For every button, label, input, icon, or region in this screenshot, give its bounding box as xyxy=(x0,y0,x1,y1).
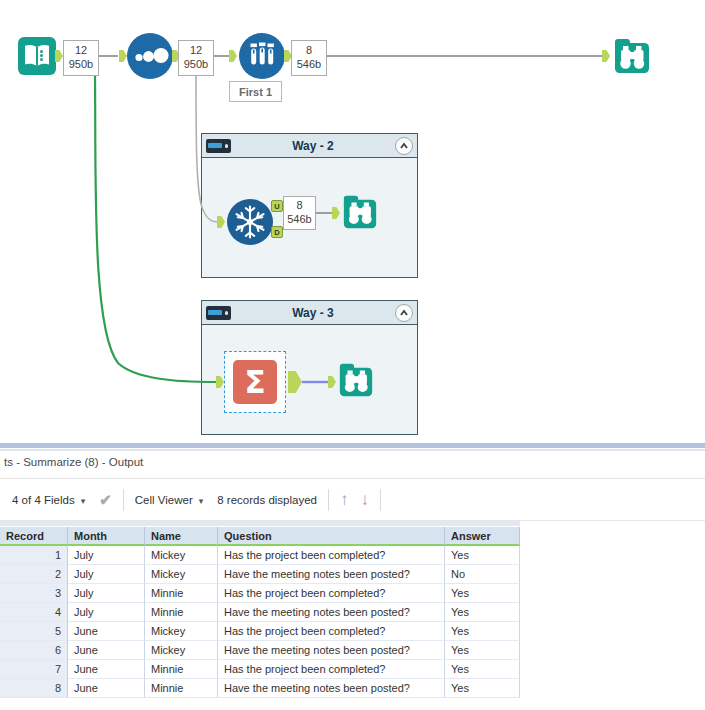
cell-answer[interactable]: Yes xyxy=(445,546,520,565)
cell-record[interactable]: 3 xyxy=(0,584,68,603)
collapse-button[interactable] xyxy=(395,137,413,155)
cell-month[interactable]: June xyxy=(68,622,145,641)
cell-name[interactable]: Minnie xyxy=(145,679,218,698)
apply-check-icon[interactable] xyxy=(99,491,112,509)
table-row[interactable]: 7 June Minnie Has the project been compl… xyxy=(0,660,520,679)
cell-month[interactable]: July xyxy=(68,603,145,622)
browse-tool[interactable] xyxy=(612,36,652,76)
cell-answer[interactable]: Yes xyxy=(445,679,520,698)
record-count-box[interactable]: 12 950b xyxy=(178,40,214,76)
cell-record[interactable]: 7 xyxy=(0,660,68,679)
duplicate-output-anchor-d[interactable]: D xyxy=(271,226,283,238)
fields-dropdown[interactable]: 4 of 4 Fields xyxy=(12,494,85,506)
scroll-down-button[interactable] xyxy=(360,490,369,510)
sample-tool[interactable] xyxy=(239,33,285,79)
cell-name[interactable]: Mickey xyxy=(145,641,218,660)
summarize-tool[interactable] xyxy=(233,360,277,404)
cell-answer[interactable]: Yes xyxy=(445,603,520,622)
cell-question[interactable]: Has the project been completed? xyxy=(218,546,445,565)
cell-record[interactable]: 2 xyxy=(0,565,68,584)
browse-tool[interactable] xyxy=(337,361,375,399)
cell-question[interactable]: Have the meeting notes been posted? xyxy=(218,641,445,660)
column-header-question[interactable]: Question xyxy=(218,527,445,546)
binoculars-icon xyxy=(337,361,375,399)
input-data-tool[interactable] xyxy=(18,37,56,75)
records-displayed-label: 8 records displayed xyxy=(217,494,317,506)
anchor-label: U xyxy=(274,202,279,211)
column-header-answer[interactable]: Answer xyxy=(445,527,520,546)
results-panel: ts - Summarize (8) - Output 4 of 4 Field… xyxy=(0,443,705,710)
cell-question[interactable]: Have the meeting notes been posted? xyxy=(218,679,445,698)
annotation-text: First 1 xyxy=(239,86,272,98)
record-count-box[interactable]: 8 546b xyxy=(283,196,316,230)
growing-dots-icon xyxy=(127,33,173,79)
table-row[interactable]: 3 July Minnie Has the project been compl… xyxy=(0,584,520,603)
container-header[interactable]: Way - 2 xyxy=(202,134,417,158)
collapse-button[interactable] xyxy=(395,304,413,322)
cell-month[interactable]: July xyxy=(68,584,145,603)
cell-name[interactable]: Minnie xyxy=(145,584,218,603)
cell-record[interactable]: 6 xyxy=(0,641,68,660)
table-row[interactable]: 6 June Mickey Have the meeting notes bee… xyxy=(0,641,520,660)
cell-month[interactable]: July xyxy=(68,565,145,584)
container-header[interactable]: Way - 3 xyxy=(202,301,417,325)
cell-answer[interactable]: No xyxy=(445,565,520,584)
table-row[interactable]: 4 July Minnie Have the meeting notes bee… xyxy=(0,603,520,622)
test-tubes-icon xyxy=(239,33,285,79)
table-row[interactable]: 8 June Minnie Have the meeting notes bee… xyxy=(0,679,520,698)
binoculars-icon xyxy=(612,36,652,76)
record-count-box[interactable]: 12 950b xyxy=(63,40,99,76)
sigma-icon xyxy=(233,360,277,404)
sample-annotation[interactable]: First 1 xyxy=(229,81,282,102)
record-count: 12 xyxy=(75,44,87,58)
cell-question[interactable]: Has the project been completed? xyxy=(218,660,445,679)
cell-name[interactable]: Mickey xyxy=(145,565,218,584)
cell-viewer-dropdown[interactable]: Cell Viewer xyxy=(135,494,203,506)
cell-answer[interactable]: Yes xyxy=(445,641,520,660)
browse-tool[interactable] xyxy=(341,193,379,231)
snowflake-icon xyxy=(227,199,273,245)
output-anchor[interactable] xyxy=(55,50,63,62)
anchor-label: D xyxy=(274,228,279,237)
cell-month[interactable]: July xyxy=(68,546,145,565)
cell-month[interactable]: June xyxy=(68,641,145,660)
cell-question[interactable]: Has the project been completed? xyxy=(218,584,445,603)
cell-record[interactable]: 8 xyxy=(0,679,68,698)
cell-name[interactable]: Mickey xyxy=(145,622,218,641)
scroll-up-button[interactable] xyxy=(340,490,349,510)
cell-question[interactable]: Have the meeting notes been posted? xyxy=(218,565,445,584)
chevron-up-icon xyxy=(398,140,410,152)
cell-record[interactable]: 4 xyxy=(0,603,68,622)
cell-answer[interactable]: Yes xyxy=(445,584,520,603)
divider xyxy=(380,489,381,511)
table-row[interactable]: 5 June Mickey Has the project been compl… xyxy=(0,622,520,641)
cell-name[interactable]: Mickey xyxy=(145,546,218,565)
unique-output-anchor-u[interactable]: U xyxy=(271,200,283,212)
cell-record[interactable]: 5 xyxy=(0,622,68,641)
cell-month[interactable]: June xyxy=(68,679,145,698)
cell-answer[interactable]: Yes xyxy=(445,622,520,641)
input-anchor[interactable] xyxy=(119,50,127,62)
cell-question[interactable]: Has the project been completed? xyxy=(218,622,445,641)
cell-question[interactable]: Have the meeting notes been posted? xyxy=(218,603,445,622)
column-header-record[interactable]: Record xyxy=(0,527,68,546)
record-count: 12 xyxy=(190,44,202,58)
sort-tool[interactable] xyxy=(127,33,173,79)
cell-name[interactable]: Minnie xyxy=(145,660,218,679)
record-count-box[interactable]: 8 546b xyxy=(291,40,327,76)
cell-record[interactable]: 1 xyxy=(0,546,68,565)
cell-month[interactable]: June xyxy=(68,660,145,679)
input-anchor[interactable] xyxy=(229,50,237,62)
divider xyxy=(123,489,124,511)
chevron-up-icon xyxy=(398,307,410,319)
record-count: 8 xyxy=(296,199,302,213)
input-anchor[interactable] xyxy=(602,50,610,62)
unique-tool[interactable] xyxy=(227,199,273,245)
workflow-canvas[interactable]: Way - 2 Way - 3 xyxy=(0,0,705,441)
column-header-month[interactable]: Month xyxy=(68,527,145,546)
cell-name[interactable]: Minnie xyxy=(145,603,218,622)
table-row[interactable]: 2 July Mickey Have the meeting notes bee… xyxy=(0,565,520,584)
cell-answer[interactable]: Yes xyxy=(445,660,520,679)
table-row[interactable]: 1 July Mickey Has the project been compl… xyxy=(0,546,520,565)
column-header-name[interactable]: Name xyxy=(145,527,218,546)
